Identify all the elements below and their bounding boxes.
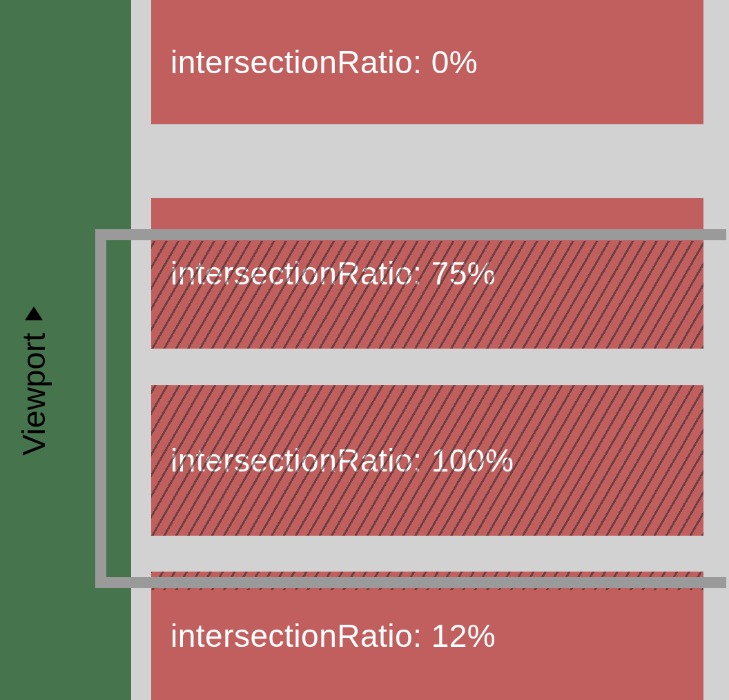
card-partial-top: intersectionRatio: 75%	[151, 198, 703, 349]
card-partial-bottom: intersectionRatio: 12%	[151, 572, 703, 700]
ratio-value: 100%	[431, 443, 514, 478]
scroll-page-column: intersectionRatio: 0% intersectionRatio:…	[131, 0, 729, 700]
label-prefix: intersectionRatio:	[171, 618, 431, 654]
label-prefix: intersectionRatio:	[171, 443, 431, 478]
card-label: intersectionRatio: 12%	[151, 617, 496, 654]
card-label: intersectionRatio: 75%	[151, 255, 496, 292]
label-prefix: intersectionRatio:	[171, 255, 431, 291]
label-prefix: intersectionRatio:	[171, 44, 431, 80]
card-label: intersectionRatio: 100%	[151, 442, 514, 479]
card-above-viewport: intersectionRatio: 0%	[151, 0, 703, 124]
viewport-label-group: Viewport	[15, 307, 52, 456]
ratio-value: 75%	[431, 255, 496, 291]
diagram-stage: intersectionRatio: 0% intersectionRatio:…	[0, 0, 729, 700]
arrow-right-icon	[25, 307, 43, 320]
viewport-label-text: Viewport	[15, 333, 52, 456]
card-fully-visible: intersectionRatio: 100%	[151, 385, 703, 536]
card-label: intersectionRatio: 0%	[151, 43, 478, 81]
ratio-value: 12%	[431, 618, 496, 654]
ratio-value: 0%	[431, 44, 478, 80]
